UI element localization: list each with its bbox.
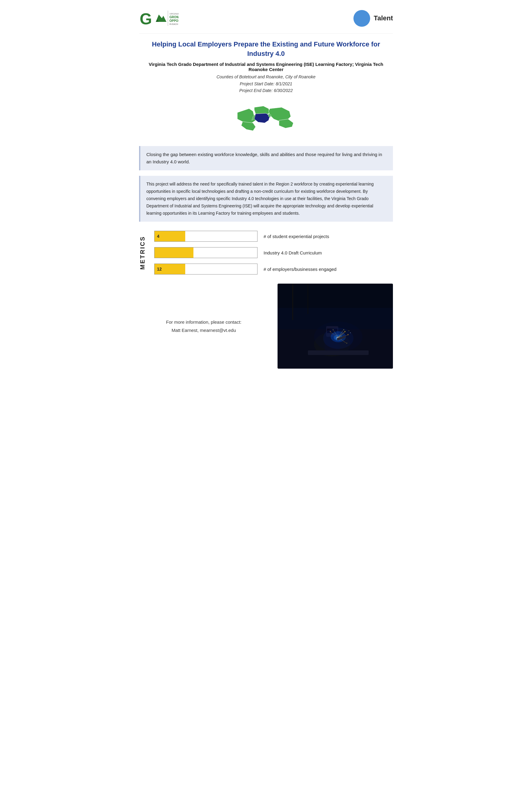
- bottom-section: For more information, please contact: Ma…: [139, 284, 393, 369]
- project-location: Counties of Botetourt and Roanoke, City …: [139, 74, 393, 79]
- svg-text:VIRGINIA'S INITIATIVE FOR: VIRGINIA'S INITIATIVE FOR: [169, 13, 178, 15]
- metrics-bars-container: 4 # of student experiential projects Ind…: [154, 231, 393, 274]
- main-title: Helping Local Employers Prepare the Exis…: [139, 40, 393, 59]
- project-subtitle: Virginia Tech Grado Department of Indust…: [139, 62, 393, 72]
- svg-text:G: G: [140, 10, 152, 27]
- metric-desc-3: # of employers/businesses engaged: [264, 267, 337, 272]
- title-section: Helping Local Employers Prepare the Exis…: [139, 40, 393, 94]
- svg-text:GROWTH &: GROWTH &: [169, 16, 178, 19]
- metrics-label: METRICS: [139, 236, 148, 270]
- metric-desc-1: # of student experiential projects: [264, 234, 329, 239]
- metric-bar-empty-1: [185, 231, 257, 242]
- metric-bar-empty-2: [193, 247, 257, 258]
- metric-bar-fill-1: 4: [155, 231, 185, 242]
- page-header: G VIRGINIA'S INITIATIVE FOR GROWTH & OPP…: [139, 6, 393, 34]
- metric-desc-2: Industry 4.0 Draft Curriculum: [264, 250, 322, 255]
- talent-area: Talent: [354, 10, 393, 27]
- metric-bar-fill-2: [155, 247, 193, 258]
- virginia-region-map: [230, 99, 302, 139]
- metric-row-2: Industry 4.0 Draft Curriculum: [154, 247, 393, 258]
- svg-text:OPPORTUNITY: OPPORTUNITY: [169, 19, 178, 22]
- metric-bar-empty-3: [185, 264, 257, 274]
- go-virginia-logo: G VIRGINIA'S INITIATIVE FOR GROWTH & OPP…: [139, 9, 178, 27]
- talent-label: Talent: [374, 14, 393, 22]
- description-box-2: This project will address the need for s…: [139, 176, 393, 222]
- svg-rect-37: [278, 284, 393, 308]
- metric-bar-2: [154, 247, 258, 258]
- svg-text:IN EACH REGION: IN EACH REGION: [169, 23, 178, 25]
- end-date: Project End Date: 6/30/2022: [139, 87, 393, 94]
- project-dates: Project Start Date: 8/1/2021 Project End…: [139, 80, 393, 94]
- metric-bar-3: 12: [154, 264, 258, 274]
- description-box-1: Closing the gap between existing workfor…: [139, 146, 393, 170]
- map-area: [139, 99, 393, 140]
- logo-area: G VIRGINIA'S INITIATIVE FOR GROWTH & OPP…: [139, 9, 178, 27]
- metric-row-3: 12 # of employers/businesses engaged: [154, 264, 393, 274]
- talent-circle-icon: [354, 10, 370, 27]
- start-date: Project Start Date: 8/1/2021: [139, 80, 393, 87]
- metric-bar-1: 4: [154, 231, 258, 242]
- welding-image: [278, 284, 393, 369]
- metric-bar-fill-3: 12: [155, 264, 185, 274]
- metrics-section: METRICS 4 # of student experiential proj…: [139, 231, 393, 274]
- metric-row-1: 4 # of student experiential projects: [154, 231, 393, 242]
- contact-area: For more information, please contact: Ma…: [139, 318, 268, 334]
- welding-svg: [278, 284, 393, 369]
- contact-line1: For more information, please contact:: [139, 318, 268, 326]
- contact-line2: Matt Earnest, mearnest@vt.edu: [139, 326, 268, 334]
